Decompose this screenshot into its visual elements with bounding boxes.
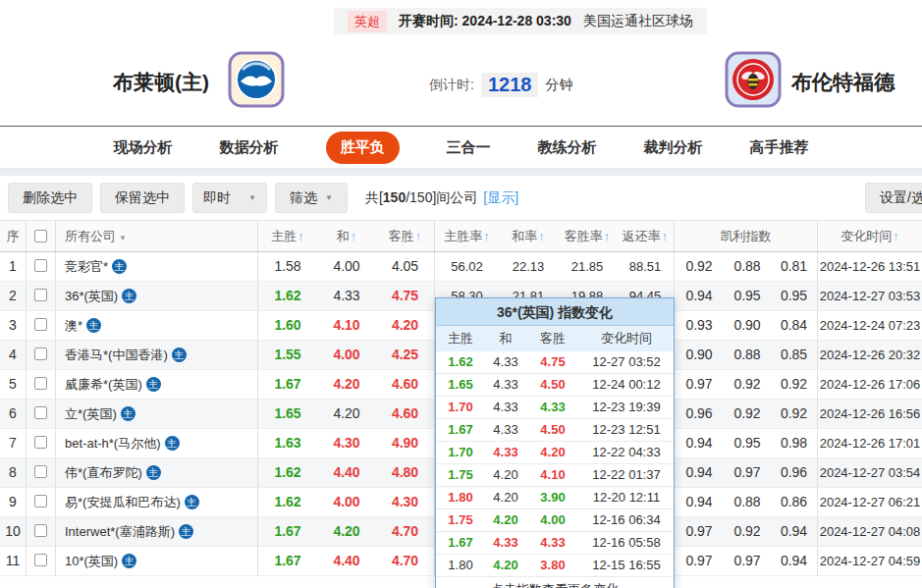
row-checkbox[interactable] <box>34 377 47 390</box>
lose-odds[interactable]: 4.60 <box>392 376 418 392</box>
row-checkbox[interactable] <box>34 436 47 449</box>
win-odds[interactable]: 1.80 <box>448 490 472 505</box>
draw-odds[interactable]: 4.40 <box>333 553 359 568</box>
draw-odds[interactable]: 4.33 <box>493 445 517 459</box>
draw-odds[interactable]: 4.00 <box>333 347 359 362</box>
win-odds[interactable]: 1.63 <box>274 435 300 451</box>
nav-tab[interactable]: 教练分析 <box>538 138 597 157</box>
company-name[interactable]: 36*(英国) <box>65 289 118 303</box>
delete-selected-button[interactable]: 删除选中 <box>8 183 92 213</box>
row-checkbox[interactable] <box>34 406 47 419</box>
header-change-time-sort[interactable]: 变化时间↑ <box>818 221 922 251</box>
draw-odds[interactable]: 4.10 <box>333 317 359 333</box>
company-name[interactable]: 香港马*(中国香港) <box>65 347 168 362</box>
lose-odds[interactable]: 4.33 <box>540 535 565 550</box>
win-odds[interactable]: 1.65 <box>274 405 300 421</box>
company-name[interactable]: 澳* <box>65 318 82 333</box>
header-lose-sort[interactable]: 客胜↑ <box>376 221 435 251</box>
nav-tab[interactable]: 数据分析 <box>220 138 279 157</box>
win-odds[interactable]: 1.65 <box>448 377 472 392</box>
draw-odds[interactable]: 4.33 <box>493 422 517 437</box>
lose-odds[interactable]: 4.60 <box>392 405 418 421</box>
draw-odds[interactable]: 4.40 <box>333 464 359 480</box>
row-checkbox[interactable] <box>34 495 47 508</box>
row-checkbox[interactable] <box>34 347 47 360</box>
row-checkbox[interactable] <box>34 259 47 272</box>
lose-odds[interactable]: 4.05 <box>392 258 418 274</box>
draw-odds[interactable]: 4.20 <box>333 376 359 392</box>
win-odds[interactable]: 1.75 <box>448 467 472 482</box>
win-odds[interactable]: 1.60 <box>274 317 300 333</box>
row-checkbox[interactable] <box>34 465 47 478</box>
header-return-rate-sort[interactable]: 返还率↑ <box>617 221 675 251</box>
win-odds[interactable]: 1.70 <box>448 400 472 414</box>
win-odds[interactable]: 1.55 <box>274 347 300 362</box>
draw-odds[interactable]: 4.20 <box>333 405 359 421</box>
row-checkbox[interactable] <box>34 318 47 331</box>
draw-odds[interactable]: 4.20 <box>493 490 517 505</box>
win-odds[interactable]: 1.67 <box>274 376 300 392</box>
nav-tab[interactable]: 胜平负 <box>326 132 400 164</box>
lose-odds[interactable]: 4.90 <box>392 435 418 451</box>
lose-odds[interactable]: 4.50 <box>540 422 565 437</box>
draw-odds[interactable]: 4.20 <box>493 467 517 482</box>
lose-odds[interactable]: 4.33 <box>540 400 565 414</box>
win-odds[interactable]: 1.67 <box>448 422 472 437</box>
draw-odds[interactable]: 4.33 <box>493 400 517 414</box>
company-name[interactable]: 立*(英国) <box>65 406 117 421</box>
company-name[interactable]: 10*(英国) <box>65 554 118 568</box>
draw-odds[interactable]: 4.33 <box>333 288 359 303</box>
lose-odds[interactable]: 4.50 <box>540 377 565 392</box>
win-odds[interactable]: 1.62 <box>274 288 300 303</box>
draw-odds[interactable]: 4.20 <box>493 512 517 527</box>
win-odds[interactable]: 1.80 <box>448 558 472 572</box>
lose-odds[interactable]: 4.20 <box>540 445 565 459</box>
row-checkbox[interactable] <box>34 554 47 566</box>
lose-odds[interactable]: 4.70 <box>392 523 418 539</box>
company-name[interactable]: bet-at-h*(马尔他) <box>65 436 161 451</box>
row-checkbox[interactable] <box>34 524 47 537</box>
draw-odds[interactable]: 4.20 <box>333 523 359 539</box>
lose-odds[interactable]: 4.10 <box>540 467 565 482</box>
company-name[interactable]: Interwet*(塞浦路斯) <box>65 524 175 539</box>
header-lose-rate-sort[interactable]: 客胜率↑ <box>558 221 617 251</box>
lose-odds[interactable]: 4.80 <box>392 464 418 480</box>
company-name[interactable]: 伟*(直布罗陀) <box>65 465 142 480</box>
company-name[interactable]: 竞彩官* <box>65 259 108 274</box>
win-odds[interactable]: 1.62 <box>274 464 300 480</box>
select-all-checkbox[interactable] <box>34 230 47 242</box>
draw-odds[interactable]: 4.33 <box>493 377 517 392</box>
nav-tab[interactable]: 现场分析 <box>114 138 173 157</box>
win-odds[interactable]: 1.62 <box>274 494 300 509</box>
lose-odds[interactable]: 4.70 <box>392 553 418 568</box>
draw-odds[interactable]: 4.20 <box>493 558 517 572</box>
row-checkbox[interactable] <box>34 289 47 301</box>
lose-odds[interactable]: 4.30 <box>392 494 418 509</box>
keep-selected-button[interactable]: 保留选中 <box>100 183 185 213</box>
company-name[interactable]: 威廉希*(英国) <box>65 377 142 392</box>
draw-odds[interactable]: 4.33 <box>493 535 517 550</box>
nav-tab[interactable]: 三合一 <box>447 138 491 157</box>
nav-tab[interactable]: 裁判分析 <box>644 138 703 157</box>
nav-tab[interactable]: 高手推荐 <box>750 138 809 157</box>
lose-odds[interactable]: 4.75 <box>540 354 565 369</box>
lose-odds[interactable]: 4.25 <box>392 347 418 362</box>
filter-dropdown[interactable]: 筛选▼ <box>275 183 348 213</box>
win-odds[interactable]: 1.58 <box>274 258 300 274</box>
instant-dropdown[interactable]: 即时▼ <box>192 183 267 213</box>
lose-odds[interactable]: 3.80 <box>540 558 565 572</box>
lose-odds[interactable]: 3.90 <box>540 490 565 505</box>
header-draw-sort[interactable]: 和↑ <box>317 221 376 251</box>
lose-odds[interactable]: 4.75 <box>392 288 418 303</box>
win-odds[interactable]: 1.67 <box>448 535 472 550</box>
win-odds[interactable]: 1.62 <box>448 354 472 369</box>
header-company[interactable]: 所有公司▼ <box>56 221 258 251</box>
lose-odds[interactable]: 4.00 <box>540 512 565 527</box>
draw-odds[interactable]: 4.30 <box>333 435 359 451</box>
lose-odds[interactable]: 4.20 <box>392 317 418 333</box>
show-link[interactable]: [显示] <box>483 189 518 205</box>
win-odds[interactable]: 1.67 <box>274 523 300 539</box>
header-win-rate-sort[interactable]: 主胜率↑ <box>435 221 499 251</box>
win-odds[interactable]: 1.70 <box>448 445 472 459</box>
header-draw-rate-sort[interactable]: 和率↑ <box>499 221 558 251</box>
